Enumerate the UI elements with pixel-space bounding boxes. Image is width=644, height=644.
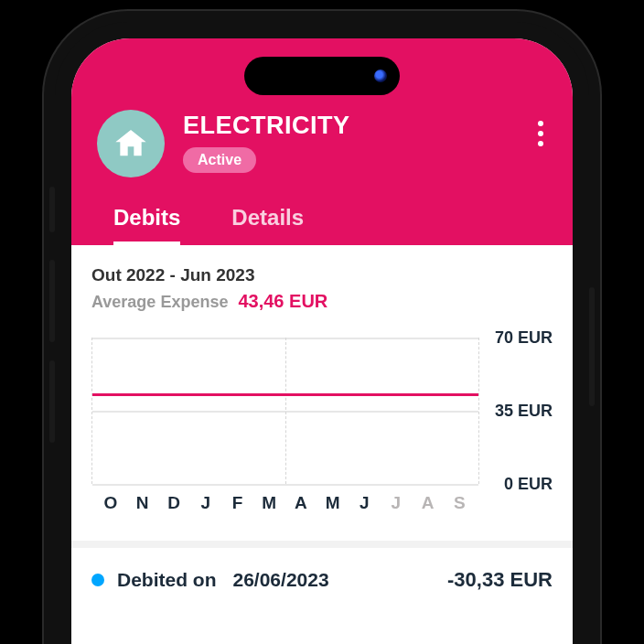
chart-x-tick: J bbox=[190, 493, 222, 513]
chart-gridline bbox=[92, 338, 478, 339]
chart-x-tick: M bbox=[253, 493, 285, 513]
category-avatar bbox=[97, 110, 165, 177]
side-button bbox=[49, 187, 55, 232]
status-dot-icon bbox=[91, 574, 104, 586]
more-menu-button[interactable] bbox=[534, 115, 547, 152]
chart-x-tick: J bbox=[349, 493, 381, 513]
status-badge: Active bbox=[183, 147, 256, 173]
chart-y-tick: 70 EUR bbox=[495, 328, 553, 348]
camera-icon bbox=[374, 70, 387, 82]
chart-gridline bbox=[92, 484, 478, 486]
chart-x-tick: A bbox=[285, 493, 317, 513]
content: Out 2022 - Jun 2023 Average Expense 43,4… bbox=[71, 245, 573, 592]
dynamic-island bbox=[244, 57, 400, 95]
page-title: ELECTRICITY bbox=[183, 112, 350, 140]
chart-y-axis: 70 EUR35 EUR0 EUR bbox=[479, 338, 553, 484]
chart-x-tick: M bbox=[317, 493, 349, 513]
transaction-amount: -30,33 EUR bbox=[447, 568, 553, 592]
chart-x-tick: N bbox=[127, 493, 159, 513]
phone-frame: ELECTRICITY Active Debits Details Out 20… bbox=[55, 22, 589, 644]
screen: ELECTRICITY Active Debits Details Out 20… bbox=[71, 38, 573, 644]
chart-x-axis: ONDJFMAMJJAS bbox=[91, 484, 553, 513]
chart-x-tick: S bbox=[444, 493, 476, 513]
transaction-row[interactable]: Debited on 26/06/2023 -30,33 EUR bbox=[91, 548, 553, 592]
chart-x-tick: A bbox=[413, 493, 445, 513]
chart-plot-area bbox=[91, 338, 479, 484]
volume-up-button bbox=[49, 260, 55, 342]
chart-x-tick: F bbox=[222, 493, 254, 513]
tabs: Debits Details bbox=[97, 205, 547, 245]
chart-x-tick: J bbox=[381, 493, 413, 513]
house-icon bbox=[113, 125, 149, 162]
chart-y-tick: 35 EUR bbox=[495, 402, 553, 421]
date-range: Out 2022 - Jun 2023 bbox=[91, 265, 553, 285]
volume-down-button bbox=[49, 360, 55, 443]
transaction-date: 26/06/2023 bbox=[233, 569, 329, 591]
average-row: Average Expense 43,46 EUR bbox=[91, 291, 553, 312]
chart-x-tick: D bbox=[158, 493, 190, 513]
section-divider bbox=[71, 541, 573, 548]
average-value: 43,46 EUR bbox=[238, 291, 327, 311]
average-label: Average Expense bbox=[91, 293, 228, 311]
tab-debits[interactable]: Debits bbox=[113, 205, 180, 245]
chart-y-tick: 0 EUR bbox=[504, 475, 553, 494]
tab-details[interactable]: Details bbox=[231, 205, 304, 245]
chart-gridline bbox=[92, 411, 478, 413]
transaction-label: Debited on bbox=[117, 569, 217, 591]
power-button bbox=[589, 287, 595, 406]
chart-x-tick: O bbox=[95, 493, 127, 513]
chart-average-line bbox=[92, 393, 478, 396]
chart: 70 EUR35 EUR0 EUR bbox=[91, 338, 553, 484]
